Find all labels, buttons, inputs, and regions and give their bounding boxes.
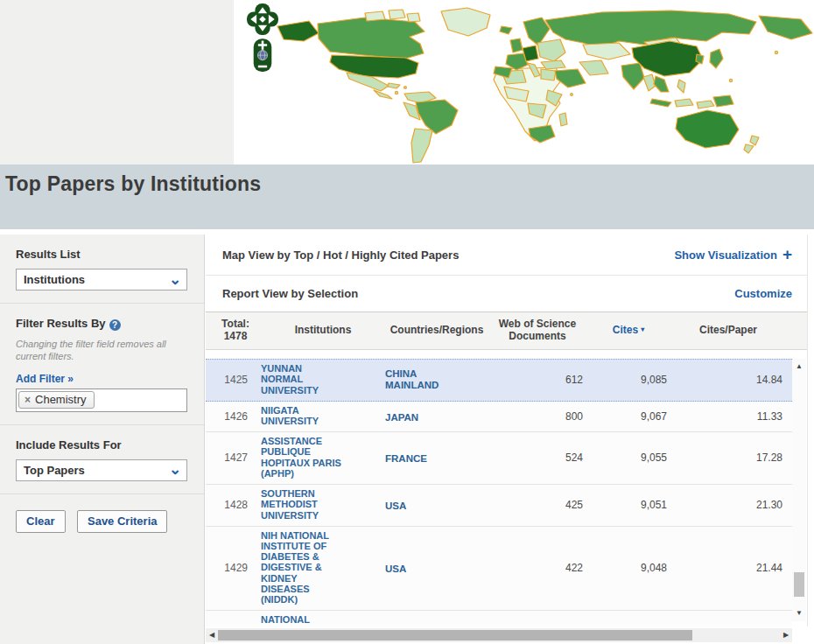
help-icon[interactable]: ? [109, 319, 121, 331]
top-left-background [0, 0, 234, 164]
table-row[interactable]: 1429 NIH NATIONAL INSTITUTE OF DIABETES … [206, 527, 792, 612]
cites-per-paper-value: 21.44 [670, 562, 786, 574]
map-view-row: Map View by Top / Hot / Highly Cited Pap… [206, 234, 807, 276]
show-visualization-label: Show Visualization [674, 248, 777, 262]
documents-value: 800 [488, 410, 586, 423]
filter-input[interactable]: × Chemistry [16, 388, 187, 412]
map-controls [247, 4, 278, 72]
institution-link[interactable]: ASSISTANCE PUBLIQUE HOPITAUX PARIS (APHP… [261, 436, 341, 479]
documents-value: 612 [488, 374, 586, 386]
zoom-pill[interactable] [254, 38, 272, 72]
documents-value: 422 [488, 562, 586, 574]
country-label: FRANCE [385, 453, 427, 465]
results-list-dropdown[interactable]: Institutions ⌄ [16, 269, 187, 290]
show-visualization-link[interactable]: Show Visualization + [674, 248, 792, 262]
results-list-section: Results List Institutions ⌄ [0, 234, 204, 304]
institution-link[interactable]: NIIGATA UNIVERSITY [261, 405, 341, 427]
filter-sidebar: Results List Institutions ⌄ Filter Resul… [0, 234, 205, 644]
scroll-down-icon[interactable]: ▼ [792, 607, 806, 620]
results-list-value: Institutions [24, 273, 85, 286]
save-criteria-button[interactable]: Save Criteria [77, 510, 168, 533]
remove-chip-icon[interactable]: × [25, 394, 31, 406]
filter-by-section: Filter Results By? Changing the filter f… [0, 304, 204, 425]
total-header: Total:1478 [210, 318, 261, 343]
institution-cell: ASSISTANCE PUBLIQUE HOPITAUX PARIS (APHP… [261, 432, 385, 484]
report-view-label: Report View by Selection [222, 287, 358, 300]
column-header-countries[interactable]: Countries/Regions [385, 325, 488, 337]
horizontal-scrollbar-thumb[interactable] [218, 630, 692, 640]
sidebar-buttons: Clear Save Criteria [0, 494, 204, 545]
chevron-down-icon: ⌄ [164, 461, 186, 479]
institution-cell: SOUTHERN METHODIST UNIVERSITY [261, 485, 385, 526]
vertical-scrollbar-thumb[interactable] [794, 572, 804, 597]
clear-button[interactable]: Clear [16, 510, 66, 533]
include-results-dropdown[interactable]: Top Papers ⌄ [16, 459, 187, 481]
vertical-scrollbar[interactable]: ▲ ▼ [792, 359, 806, 621]
row-rank: 1430 [210, 626, 261, 626]
institution-link[interactable]: NATIONAL UNIVERSITY OF ROSARIO [261, 614, 341, 626]
cites-value: 9,055 [586, 452, 670, 464]
table-row[interactable]: 1426 NIIGATA UNIVERSITY JAPAN 800 9,067 … [206, 402, 792, 432]
country-label: USA [385, 564, 406, 575]
panel-right-edge [807, 234, 808, 626]
country-label: JAPAN [385, 412, 418, 424]
column-header-documents[interactable]: Web of Science Documents [488, 318, 586, 343]
page: Top Papers by Institutions Results List … [0, 0, 814, 644]
include-results-label: Include Results For [16, 438, 190, 452]
scroll-right-icon[interactable]: ▶ [780, 628, 792, 642]
horizontal-scrollbar[interactable]: ◀ ▶ [206, 628, 792, 642]
pan-control[interactable] [247, 4, 278, 35]
institution-cell: NATIONAL UNIVERSITY OF ROSARIO [261, 611, 385, 626]
map-view-label: Map View by Top / Hot / Highly Cited Pap… [222, 248, 459, 262]
country-cell: JAPAN [385, 409, 488, 424]
include-results-section: Include Results For Top Papers ⌄ [0, 425, 204, 494]
table-body: 1425 YUNNAN NORMAL UNIVERSITY CHINA MAIN… [206, 350, 792, 626]
documents-value: 425 [488, 499, 586, 511]
row-rank: 1427 [210, 452, 261, 464]
cites-per-paper-value: 13.19 [670, 626, 786, 626]
scroll-up-icon[interactable]: ▲ [792, 360, 806, 373]
documents-header-text: Web of Science Documents [496, 318, 579, 343]
cites-per-paper-value: 21.30 [670, 499, 786, 511]
filter-chip-label: Chemistry [35, 393, 87, 406]
institution-link[interactable]: SOUTHERN METHODIST UNIVERSITY [261, 488, 341, 521]
table-row[interactable]: 1428 SOUTHERN METHODIST UNIVERSITY USA 4… [206, 485, 792, 527]
cites-value: 9,051 [586, 499, 670, 511]
table-row[interactable]: 1427 ASSISTANCE PUBLIQUE HOPITAUX PARIS … [206, 432, 792, 485]
column-header-institutions[interactable]: Institutions [261, 325, 385, 337]
report-view-row: Report View by Selection Customize [206, 276, 807, 312]
plus-icon: + [782, 248, 792, 261]
institution-cell: NIH NATIONAL INSTITUTE OF DIABETES & DIG… [261, 527, 385, 611]
country-cell: USA [385, 497, 488, 513]
country-label: USA [385, 500, 406, 512]
map-countries[interactable] [277, 8, 812, 163]
cites-per-paper-value: 14.84 [670, 374, 786, 386]
sort-desc-icon: ▾ [641, 326, 644, 333]
title-bar: Top Papers by Institutions [0, 164, 814, 229]
customize-link[interactable]: Customize [734, 287, 792, 300]
results-list-label: Results List [16, 248, 190, 261]
table-row[interactable]: 1430 NATIONAL UNIVERSITY OF ROSARIO ARGE… [206, 611, 792, 626]
country-cell: USA [385, 560, 488, 576]
country-cell: FRANCE [385, 450, 488, 466]
cites-per-paper-value: 11.33 [670, 410, 786, 423]
institution-link[interactable]: NIH NATIONAL INSTITUTE OF DIABETES & DIG… [261, 530, 341, 606]
total-value: 1478 [224, 330, 248, 342]
cites-value: 9,046 [586, 626, 670, 626]
documents-value: 524 [488, 452, 586, 464]
table-row[interactable]: 1425 YUNNAN NORMAL UNIVERSITY CHINA MAIN… [206, 359, 792, 402]
filter-note: Changing the filter field removes all cu… [16, 339, 179, 363]
cites-header-text: Cites [613, 324, 638, 336]
column-header-cites-paper[interactable]: Cites/Paper [670, 325, 786, 337]
world-map-panel [234, 0, 814, 164]
scroll-left-icon[interactable]: ◀ [206, 628, 218, 642]
add-filter-link[interactable]: Add Filter » [16, 373, 74, 385]
chevron-down-icon: ⌄ [164, 271, 186, 289]
table-header: Total:1478 Institutions Countries/Region… [206, 312, 807, 350]
row-rank: 1426 [210, 410, 261, 423]
institution-cell: NIIGATA UNIVERSITY [261, 402, 385, 431]
column-header-cites[interactable]: Cites▾ [586, 325, 670, 337]
cites-value: 9,048 [586, 562, 670, 574]
institution-link[interactable]: YUNNAN NORMAL UNIVERSITY [261, 363, 341, 396]
cites-value: 9,067 [586, 410, 670, 423]
